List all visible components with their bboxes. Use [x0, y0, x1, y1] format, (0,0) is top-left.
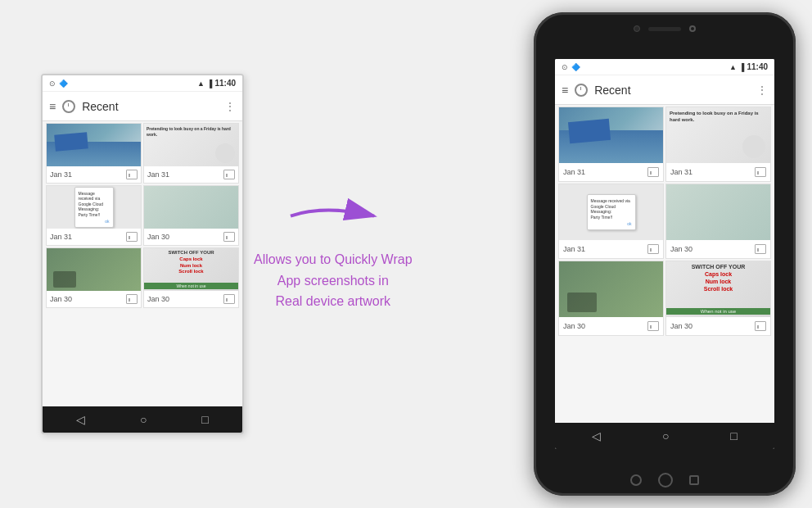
home-icon-small[interactable]: ○ — [140, 413, 147, 426]
phone-large-wrapper: ⊙ 🔷 ▲ ▐ 11:40 ≡ Recent ⋮ — [534, 12, 796, 496]
thumb-blurry-small — [144, 186, 238, 229]
date-switch-large: Jan 30 — [670, 322, 692, 330]
status-left-small: ⊙ 🔷 — [49, 79, 68, 88]
speaker-large — [648, 27, 681, 31]
home-icon-large[interactable]: ○ — [662, 429, 669, 442]
date-bike-large: Jan 30 — [563, 322, 585, 330]
grid-footer-dialog-small: Jan 31 — [47, 229, 141, 245]
thumb-switch-large: SWITCH OFF YOUR Caps lock Num lock Scrol… — [666, 261, 770, 317]
clock-icon-large — [575, 84, 588, 97]
toolbar-title-small: Recent — [82, 100, 218, 113]
thumb-jeans-large — [559, 107, 663, 163]
toolbar-small: ≡ Recent ⋮ — [43, 92, 242, 121]
grid-row-2-large: Message received via Google Cloud Messag… — [555, 184, 774, 259]
img-icon-bike-large — [647, 321, 659, 331]
toolbar-title-large: Recent — [594, 84, 750, 97]
img-icon-comic-large — [755, 167, 766, 177]
switch-header-small: SWITCH OFF YOUR — [146, 250, 237, 256]
promo-line-3: Real device artwork — [254, 291, 413, 312]
grid-footer-switch-large: Jan 30 — [666, 317, 770, 335]
wifi-icon-large: ▲ — [729, 63, 737, 71]
grid-row-1-large: Jan 31 Pretending to look busy on a Frid… — [555, 107, 774, 182]
img-icon-jeans-small — [126, 170, 138, 179]
thumb-jeans-small — [47, 124, 141, 166]
status-bar-small: ⊙ 🔷 ▲ ▐ 11:40 — [43, 75, 242, 92]
more-icon-small[interactable]: ⋮ — [224, 100, 236, 113]
switch-num-large: Num lock — [668, 278, 769, 285]
thumb-comic-large: Pretending to look busy on a Friday is h… — [666, 107, 770, 163]
date-dialog-large: Jan 31 — [563, 245, 585, 253]
phone-large-top — [634, 25, 696, 32]
signal-icon-small: ▐ — [207, 79, 212, 88]
switch-caps-small: Caps lock — [146, 256, 237, 263]
clock-icon-small — [62, 100, 75, 113]
thumb-comic-small: Pretending to look busy on a Friday is h… — [144, 124, 238, 166]
grid-footer-jeans-large: Jan 31 — [559, 163, 663, 181]
date-jeans-large: Jan 31 — [563, 168, 585, 176]
thumb-bike-small — [47, 248, 141, 291]
menu-icon-small[interactable]: ≡ — [49, 100, 56, 113]
grid-row-3-small: Jan 30 SWITCH OFF YOUR Caps lock Num loc… — [43, 247, 242, 308]
menu-icon-large[interactable]: ≡ — [562, 84, 568, 97]
grid-item-switch-small: SWITCH OFF YOUR Caps lock Num lock Scrol… — [143, 247, 239, 308]
grid-item-jeans-small: Jan 31 — [46, 123, 142, 184]
img-icon-dialog-small — [126, 232, 138, 242]
switch-text-large: SWITCH OFF YOUR Caps lock Num lock Scrol… — [666, 261, 770, 294]
date-dialog-small: Jan 31 — [50, 233, 72, 241]
back-icon-large[interactable]: ◁ — [592, 429, 601, 442]
switch-header-large: SWITCH OFF YOUR — [668, 263, 769, 270]
status-bar-large: ⊙ 🔷 ▲ ▐ 11:40 — [555, 59, 774, 75]
grid-footer-bike-large: Jan 30 — [559, 317, 663, 335]
img-icon-bike-small — [126, 294, 138, 304]
grid-row-3-large: Jan 30 SWITCH OFF YOUR Caps lock Num loc… — [555, 261, 774, 336]
grid-footer-dialog-large: Jan 31 — [559, 240, 663, 258]
thumb-dialog-large: Message received via Google Cloud Messag… — [559, 184, 663, 240]
date-switch-small: Jan 30 — [147, 295, 169, 303]
img-icon-blurry-small — [223, 232, 235, 242]
toolbar-large: ≡ Recent ⋮ — [555, 75, 774, 105]
status-right-small: ▲ ▐ 11:40 — [197, 79, 236, 88]
recents-icon-small[interactable]: □ — [201, 413, 208, 426]
img-icon-comic-small — [223, 170, 235, 179]
dialog-btn-large: ok — [591, 221, 632, 226]
nav-bar-large: ◁ ○ □ — [555, 423, 774, 449]
more-icon-large[interactable]: ⋮ — [756, 84, 768, 97]
img-icon-dialog-large — [647, 244, 659, 254]
thumb-blurry-large — [666, 184, 770, 240]
recents-icon-large[interactable]: □ — [730, 429, 737, 442]
phone-large-screen: ⊙ 🔷 ▲ ▐ 11:40 ≡ Recent ⋮ — [555, 59, 774, 449]
back-icon-small[interactable]: ◁ — [76, 413, 85, 426]
img-icon-blurry-large — [755, 244, 766, 254]
date-blurry-small: Jan 30 — [147, 233, 169, 241]
grid-item-blurry-large: Jan 30 — [665, 184, 771, 259]
switch-text-small: SWITCH OFF YOUR Caps lock Num lock Scrol… — [144, 248, 238, 277]
dialog-btn-small: ok — [79, 219, 110, 224]
physical-back-btn[interactable] — [630, 474, 642, 486]
grid-content-large: Jan 31 Pretending to look busy on a Frid… — [555, 105, 774, 423]
dialog-text-small: Message received via Google Cloud Messag… — [79, 191, 110, 218]
thumb-switch-small: SWITCH OFF YOUR Caps lock Num lock Scrol… — [144, 248, 238, 291]
thumb-dialog-small: Message received via Google Cloud Messag… — [47, 186, 141, 229]
date-jeans-small: Jan 31 — [50, 170, 72, 179]
grid-footer-comic-large: Jan 31 — [666, 163, 770, 181]
switch-caps-large: Caps lock — [668, 270, 769, 278]
grid-footer-bike-small: Jan 30 — [47, 291, 141, 307]
date-blurry-large: Jan 30 — [670, 245, 692, 253]
physical-recents-btn[interactable] — [689, 475, 699, 485]
switch-scroll-small: Scroll lock — [146, 269, 237, 275]
promo-text-block: Allows you to Quickly Wrap App screensho… — [254, 249, 413, 312]
grid-item-jeans-large: Jan 31 — [558, 107, 664, 182]
grid-footer-blurry-small: Jan 30 — [144, 229, 238, 245]
grid-row-1-small: Jan 31 Pretending to look busy on a Frid… — [43, 123, 242, 184]
switch-scroll-large: Scroll lock — [668, 285, 769, 293]
grid-item-switch-large: SWITCH OFF YOUR Caps lock Num lock Scrol… — [665, 261, 771, 336]
sensor-large — [689, 25, 696, 32]
wifi-icon-small: ▲ — [197, 79, 205, 88]
date-comic-small: Jan 31 — [147, 170, 169, 179]
grid-item-bike-small: Jan 30 — [46, 247, 142, 308]
physical-home-btn[interactable] — [658, 473, 673, 488]
promo-line-1: Allows you to Quickly Wrap — [254, 249, 413, 270]
status-time-small: 11:40 — [214, 79, 236, 88]
nav-bar-small: ◁ ○ □ — [43, 406, 242, 433]
grid-content-small: Jan 31 Pretending to look busy on a Frid… — [43, 121, 242, 406]
